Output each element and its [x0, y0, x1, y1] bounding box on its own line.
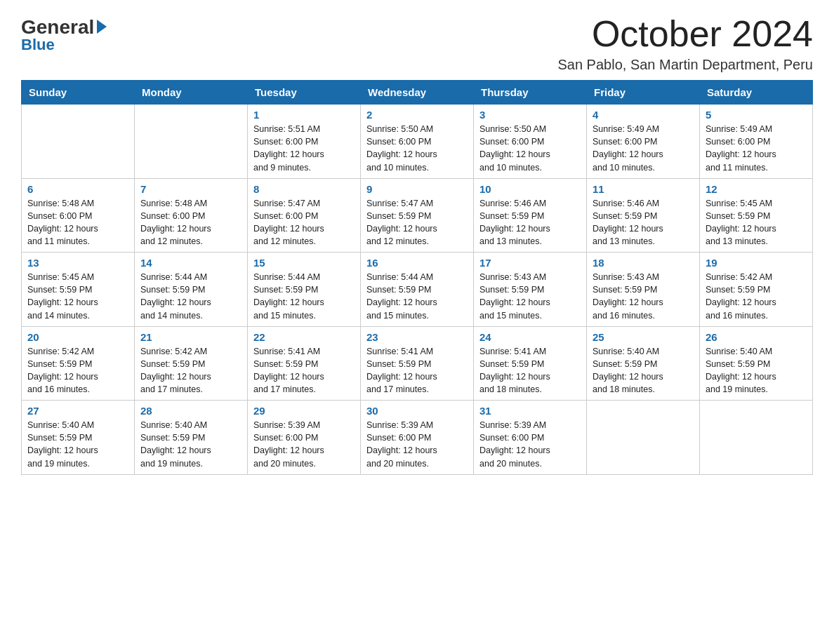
calendar-cell: 20Sunrise: 5:42 AM Sunset: 5:59 PM Dayli… — [22, 326, 135, 401]
day-number: 10 — [479, 183, 581, 195]
calendar-header-friday: Friday — [587, 81, 700, 105]
calendar-cell: 16Sunrise: 5:44 AM Sunset: 5:59 PM Dayli… — [361, 253, 474, 327]
calendar-cell: 27Sunrise: 5:40 AM Sunset: 5:59 PM Dayli… — [22, 401, 135, 475]
calendar-cell: 2Sunrise: 5:50 AM Sunset: 6:00 PM Daylig… — [361, 105, 474, 179]
calendar-cell — [700, 401, 813, 475]
day-info: Sunrise: 5:48 AM Sunset: 6:00 PM Dayligh… — [140, 197, 241, 248]
day-info: Sunrise: 5:42 AM Sunset: 5:59 PM Dayligh… — [706, 271, 807, 322]
day-info: Sunrise: 5:47 AM Sunset: 6:00 PM Dayligh… — [253, 197, 355, 248]
day-info: Sunrise: 5:43 AM Sunset: 5:59 PM Dayligh… — [593, 271, 694, 322]
calendar-cell: 26Sunrise: 5:40 AM Sunset: 5:59 PM Dayli… — [700, 326, 813, 401]
day-info: Sunrise: 5:50 AM Sunset: 6:00 PM Dayligh… — [479, 123, 581, 174]
calendar-cell: 3Sunrise: 5:50 AM Sunset: 6:00 PM Daylig… — [474, 105, 587, 179]
day-number: 23 — [366, 331, 468, 343]
calendar-cell: 7Sunrise: 5:48 AM Sunset: 6:00 PM Daylig… — [135, 178, 248, 253]
calendar-cell: 31Sunrise: 5:39 AM Sunset: 6:00 PM Dayli… — [474, 401, 587, 475]
day-info: Sunrise: 5:41 AM Sunset: 5:59 PM Dayligh… — [479, 345, 581, 396]
day-info: Sunrise: 5:46 AM Sunset: 5:59 PM Dayligh… — [593, 197, 694, 248]
day-info: Sunrise: 5:39 AM Sunset: 6:00 PM Dayligh… — [479, 419, 581, 470]
calendar-cell: 4Sunrise: 5:49 AM Sunset: 6:00 PM Daylig… — [587, 105, 700, 179]
day-number: 27 — [27, 405, 128, 417]
day-info: Sunrise: 5:50 AM Sunset: 6:00 PM Dayligh… — [366, 123, 468, 174]
day-info: Sunrise: 5:40 AM Sunset: 5:59 PM Dayligh… — [27, 419, 128, 470]
calendar-cell: 10Sunrise: 5:46 AM Sunset: 5:59 PM Dayli… — [474, 178, 587, 253]
day-number: 21 — [140, 331, 241, 343]
logo-blue: Blue — [21, 37, 55, 53]
day-info: Sunrise: 5:49 AM Sunset: 6:00 PM Dayligh… — [706, 123, 807, 174]
calendar-cell: 28Sunrise: 5:40 AM Sunset: 5:59 PM Dayli… — [135, 401, 248, 475]
logo-arrow-icon — [97, 20, 107, 34]
day-number: 8 — [253, 183, 355, 195]
day-info: Sunrise: 5:49 AM Sunset: 6:00 PM Dayligh… — [593, 123, 694, 174]
calendar-cell: 18Sunrise: 5:43 AM Sunset: 5:59 PM Dayli… — [587, 253, 700, 327]
calendar-header-row: SundayMondayTuesdayWednesdayThursdayFrid… — [22, 81, 813, 105]
day-number: 29 — [253, 405, 355, 417]
calendar-week-row: 27Sunrise: 5:40 AM Sunset: 5:59 PM Dayli… — [22, 401, 813, 475]
day-number: 12 — [706, 183, 807, 195]
calendar-cell — [135, 105, 248, 179]
day-info: Sunrise: 5:45 AM Sunset: 5:59 PM Dayligh… — [27, 271, 128, 322]
calendar-cell: 6Sunrise: 5:48 AM Sunset: 6:00 PM Daylig… — [22, 178, 135, 253]
calendar-week-row: 20Sunrise: 5:42 AM Sunset: 5:59 PM Dayli… — [22, 326, 813, 401]
day-number: 11 — [593, 183, 694, 195]
location-title: San Pablo, San Martin Department, Peru — [557, 57, 813, 73]
calendar-cell: 11Sunrise: 5:46 AM Sunset: 5:59 PM Dayli… — [587, 178, 700, 253]
calendar-header-sunday: Sunday — [22, 81, 135, 105]
calendar-cell: 19Sunrise: 5:42 AM Sunset: 5:59 PM Dayli… — [700, 253, 813, 327]
day-info: Sunrise: 5:40 AM Sunset: 5:59 PM Dayligh… — [593, 345, 694, 396]
day-info: Sunrise: 5:39 AM Sunset: 6:00 PM Dayligh… — [253, 419, 355, 470]
day-info: Sunrise: 5:45 AM Sunset: 5:59 PM Dayligh… — [706, 197, 807, 248]
calendar-cell: 12Sunrise: 5:45 AM Sunset: 5:59 PM Dayli… — [700, 178, 813, 253]
day-number: 18 — [593, 257, 694, 269]
calendar-cell: 1Sunrise: 5:51 AM Sunset: 6:00 PM Daylig… — [248, 105, 361, 179]
calendar-cell: 24Sunrise: 5:41 AM Sunset: 5:59 PM Dayli… — [474, 326, 587, 401]
calendar-week-row: 13Sunrise: 5:45 AM Sunset: 5:59 PM Dayli… — [22, 253, 813, 327]
day-number: 14 — [140, 257, 241, 269]
day-number: 6 — [27, 183, 128, 195]
day-number: 25 — [593, 331, 694, 343]
calendar-cell — [22, 105, 135, 179]
calendar-week-row: 1Sunrise: 5:51 AM Sunset: 6:00 PM Daylig… — [22, 105, 813, 179]
logo-general: General — [21, 18, 94, 37]
day-number: 28 — [140, 405, 241, 417]
calendar-week-row: 6Sunrise: 5:48 AM Sunset: 6:00 PM Daylig… — [22, 178, 813, 253]
calendar-cell: 22Sunrise: 5:41 AM Sunset: 5:59 PM Dayli… — [248, 326, 361, 401]
day-number: 4 — [593, 109, 694, 121]
day-number: 26 — [706, 331, 807, 343]
day-info: Sunrise: 5:48 AM Sunset: 6:00 PM Dayligh… — [27, 197, 128, 248]
calendar-cell: 23Sunrise: 5:41 AM Sunset: 5:59 PM Dayli… — [361, 326, 474, 401]
day-number: 7 — [140, 183, 241, 195]
day-number: 30 — [366, 405, 468, 417]
calendar-cell: 21Sunrise: 5:42 AM Sunset: 5:59 PM Dayli… — [135, 326, 248, 401]
day-number: 2 — [366, 109, 468, 121]
day-number: 17 — [479, 257, 581, 269]
calendar-header-monday: Monday — [135, 81, 248, 105]
calendar-cell: 15Sunrise: 5:44 AM Sunset: 5:59 PM Dayli… — [248, 253, 361, 327]
day-info: Sunrise: 5:40 AM Sunset: 5:59 PM Dayligh… — [140, 419, 241, 470]
calendar-header-tuesday: Tuesday — [248, 81, 361, 105]
day-number: 31 — [479, 405, 581, 417]
calendar-table: SundayMondayTuesdayWednesdayThursdayFrid… — [21, 80, 813, 475]
calendar-cell: 9Sunrise: 5:47 AM Sunset: 5:59 PM Daylig… — [361, 178, 474, 253]
day-number: 5 — [706, 109, 807, 121]
day-info: Sunrise: 5:39 AM Sunset: 6:00 PM Dayligh… — [366, 419, 468, 470]
page-header: General Blue October 2024 San Pablo, San… — [21, 14, 813, 73]
day-info: Sunrise: 5:44 AM Sunset: 5:59 PM Dayligh… — [140, 271, 241, 322]
logo: General Blue — [21, 14, 107, 53]
calendar-cell: 8Sunrise: 5:47 AM Sunset: 6:00 PM Daylig… — [248, 178, 361, 253]
title-area: October 2024 San Pablo, San Martin Depar… — [557, 14, 813, 73]
day-number: 24 — [479, 331, 581, 343]
day-info: Sunrise: 5:51 AM Sunset: 6:00 PM Dayligh… — [253, 123, 355, 174]
calendar-cell: 25Sunrise: 5:40 AM Sunset: 5:59 PM Dayli… — [587, 326, 700, 401]
day-info: Sunrise: 5:42 AM Sunset: 5:59 PM Dayligh… — [140, 345, 241, 396]
day-info: Sunrise: 5:44 AM Sunset: 5:59 PM Dayligh… — [366, 271, 468, 322]
day-number: 22 — [253, 331, 355, 343]
calendar-header-thursday: Thursday — [474, 81, 587, 105]
day-info: Sunrise: 5:43 AM Sunset: 5:59 PM Dayligh… — [479, 271, 581, 322]
day-info: Sunrise: 5:47 AM Sunset: 5:59 PM Dayligh… — [366, 197, 468, 248]
calendar-cell: 17Sunrise: 5:43 AM Sunset: 5:59 PM Dayli… — [474, 253, 587, 327]
calendar-cell: 30Sunrise: 5:39 AM Sunset: 6:00 PM Dayli… — [361, 401, 474, 475]
day-info: Sunrise: 5:40 AM Sunset: 5:59 PM Dayligh… — [706, 345, 807, 396]
day-number: 9 — [366, 183, 468, 195]
calendar-cell: 13Sunrise: 5:45 AM Sunset: 5:59 PM Dayli… — [22, 253, 135, 327]
